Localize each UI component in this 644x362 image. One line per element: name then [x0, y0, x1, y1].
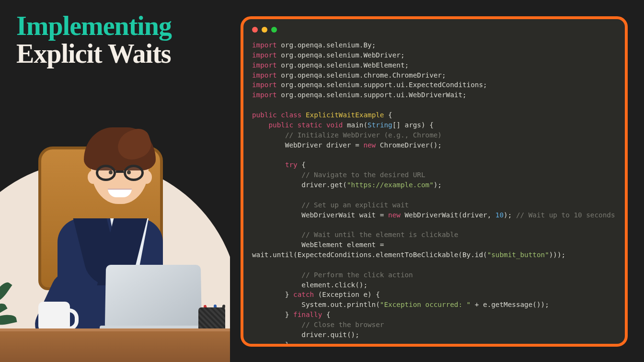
title-line-1: Implementing [16, 11, 172, 41]
minimize-icon[interactable] [262, 27, 267, 33]
code-window: import org.openqa.selenium.By; import or… [241, 16, 628, 347]
close-icon[interactable] [252, 27, 258, 33]
code-block: import org.openqa.selenium.By; import or… [252, 40, 616, 337]
title-line-2: Explicit Waits [16, 38, 172, 69]
character-illustration [0, 113, 230, 362]
laptop-icon [105, 264, 206, 336]
maximize-icon[interactable] [271, 27, 277, 33]
window-controls [252, 27, 277, 33]
slide-title: Implementing Explicit Waits [16, 11, 172, 69]
